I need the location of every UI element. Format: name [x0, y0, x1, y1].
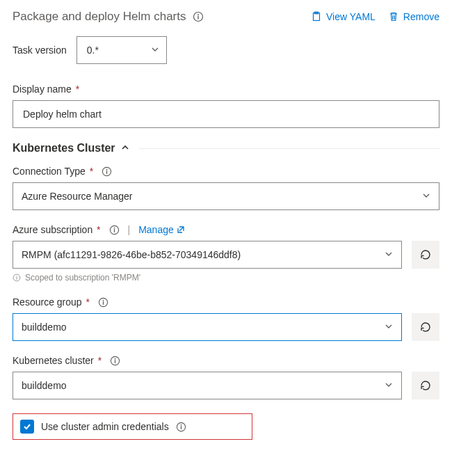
refresh-button[interactable] — [412, 241, 439, 269]
display-name-input-wrap — [13, 100, 439, 128]
kubernetes-cluster-value: builddemo — [22, 380, 67, 391]
chevron-down-icon — [385, 380, 393, 391]
info-icon[interactable] — [110, 356, 120, 366]
svg-rect-22 — [180, 426, 181, 429]
info-icon[interactable] — [109, 225, 120, 235]
view-yaml-label: View YAML — [326, 11, 376, 22]
task-header: Package and deploy Helm charts View YAML… — [13, 10, 439, 24]
azure-subscription-select[interactable]: RMPM (afc11291-9826-46be-b852-70349146dd… — [13, 241, 402, 269]
manage-link[interactable]: Manage — [138, 224, 185, 235]
azure-subscription-field: Azure subscription * | Manage RMPM (afc1… — [13, 224, 439, 283]
section-divider — [139, 148, 439, 149]
remove-label: Remove — [403, 11, 439, 22]
svg-point-1 — [198, 14, 200, 15]
admin-credentials-checkbox[interactable] — [20, 420, 34, 434]
azure-subscription-label: Azure subscription * — [13, 224, 101, 235]
section-kubernetes-cluster[interactable]: Kubernetes Cluster — [13, 142, 439, 154]
clipboard-icon — [311, 11, 322, 22]
svg-point-21 — [180, 424, 181, 425]
chevron-down-icon — [422, 191, 430, 202]
svg-rect-2 — [198, 16, 199, 19]
resource-group-label: Resource group * — [13, 296, 90, 308]
info-icon[interactable] — [102, 166, 112, 177]
svg-point-9 — [113, 227, 115, 228]
remove-button[interactable]: Remove — [388, 11, 439, 22]
chevron-down-icon — [385, 249, 393, 260]
resource-group-value: builddemo — [22, 322, 67, 333]
chevron-down-icon — [151, 45, 159, 56]
connection-type-field: Connection Type * Azure Resource Manager — [13, 166, 439, 210]
connection-type-value: Azure Resource Manager — [22, 191, 133, 202]
scoped-note: Scoped to subscription 'RMPM' — [13, 273, 439, 283]
external-link-icon — [177, 225, 185, 234]
svg-point-18 — [115, 358, 116, 359]
refresh-icon — [419, 379, 432, 392]
refresh-button[interactable] — [412, 372, 439, 399]
refresh-button[interactable] — [412, 313, 439, 341]
svg-rect-10 — [113, 229, 114, 232]
azure-subscription-value: RMPM (afc11291-9826-46be-b852-70349146dd… — [22, 249, 241, 260]
svg-rect-7 — [106, 170, 107, 174]
title-group: Package and deploy Helm charts — [13, 10, 204, 24]
manage-label: Manage — [138, 224, 174, 235]
resource-group-field: Resource group * builddemo — [13, 296, 439, 341]
info-icon[interactable] — [193, 11, 204, 22]
connection-type-label: Connection Type * — [13, 166, 93, 177]
refresh-icon — [419, 248, 432, 261]
svg-point-12 — [16, 276, 17, 276]
display-name-field: Display name * — [13, 84, 439, 128]
chevron-down-icon — [385, 322, 393, 333]
info-icon[interactable] — [176, 422, 186, 432]
svg-point-6 — [106, 168, 108, 170]
svg-point-15 — [103, 299, 104, 301]
svg-rect-16 — [103, 301, 104, 305]
section-title: Kubernetes Cluster — [13, 142, 115, 154]
svg-rect-19 — [115, 360, 115, 363]
view-yaml-button[interactable]: View YAML — [311, 11, 376, 22]
task-version-label: Task version — [13, 45, 67, 56]
admin-credentials-label: Use cluster admin credentials — [41, 421, 169, 432]
refresh-icon — [419, 321, 432, 333]
kubernetes-cluster-label: Kubernetes cluster * — [13, 355, 102, 366]
scoped-note-text: Scoped to subscription 'RMPM' — [25, 273, 140, 283]
separator: | — [128, 224, 131, 235]
header-actions: View YAML Remove — [311, 11, 439, 22]
page-title: Package and deploy Helm charts — [13, 10, 186, 24]
task-version-row: Task version 0.* — [13, 36, 439, 64]
task-version-value: 0.* — [87, 45, 99, 56]
admin-credentials-row: Use cluster admin credentials — [13, 413, 252, 440]
task-version-select[interactable]: 0.* — [76, 36, 167, 64]
display-name-label: Display name * — [13, 84, 79, 95]
kubernetes-cluster-select[interactable]: builddemo — [13, 372, 402, 399]
check-icon — [22, 422, 32, 431]
chevron-up-icon — [121, 142, 129, 154]
info-icon[interactable] — [98, 297, 108, 308]
connection-type-select[interactable]: Azure Resource Manager — [13, 182, 439, 210]
display-name-input[interactable] — [22, 101, 430, 127]
resource-group-select[interactable]: builddemo — [13, 313, 402, 341]
svg-rect-13 — [17, 277, 17, 280]
info-icon — [13, 273, 21, 282]
kubernetes-cluster-field: Kubernetes cluster * builddemo — [13, 355, 439, 399]
trash-icon — [388, 11, 399, 22]
